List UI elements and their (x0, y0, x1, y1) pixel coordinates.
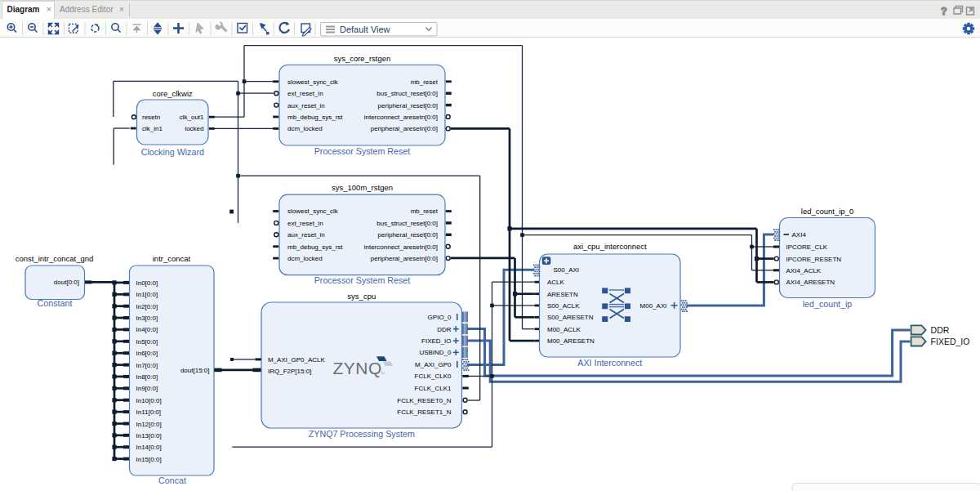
svg-text:const_intr_concat_gnd: const_intr_concat_gnd (16, 254, 94, 263)
svg-text:In14[0:0]: In14[0:0] (136, 444, 162, 451)
svg-text:S00_ARESETN: S00_ARESETN (547, 314, 594, 321)
svg-text:In5[0:0]: In5[0:0] (136, 338, 158, 346)
svg-text:In9[0:0]: In9[0:0] (136, 385, 158, 392)
svg-text:In3[0:0]: In3[0:0] (136, 315, 158, 322)
svg-text:ZYNQ: ZYNQ (333, 359, 382, 377)
svg-text:axi_cpu_interconnect: axi_cpu_interconnect (573, 242, 647, 251)
svg-text:FCLK_CLK0: FCLK_CLK0 (415, 373, 452, 380)
svg-text:ext_reset_in: ext_reset_in (287, 90, 323, 97)
svg-text:In8[0:0]: In8[0:0] (136, 373, 158, 381)
svg-text:M00_ACLK: M00_ACLK (547, 326, 581, 333)
svg-text:interconnect_aresetn[0:0]: interconnect_aresetn[0:0] (364, 243, 438, 251)
svg-text:clk_in1: clk_in1 (142, 125, 163, 132)
svg-text:slowest_sync_clk: slowest_sync_clk (287, 208, 339, 215)
svg-text:AXI4_ACLK: AXI4_ACLK (786, 267, 822, 275)
svg-text:Default View: Default View (340, 25, 390, 34)
svg-text:sys_100m_rstgen: sys_100m_rstgen (332, 183, 393, 192)
svg-text:peripheral_aresetn[0:0]: peripheral_aresetn[0:0] (371, 255, 438, 262)
svg-text:dout[0:0]: dout[0:0] (54, 279, 79, 286)
svg-text:In6[0:0]: In6[0:0] (136, 350, 158, 357)
svg-text:dcm_locked: dcm_locked (287, 125, 323, 132)
svg-text:IPCORE_CLK: IPCORE_CLK (786, 243, 828, 251)
svg-text:AXI Interconnect: AXI Interconnect (577, 358, 642, 368)
svg-text:?: ? (941, 6, 947, 17)
svg-text:led_count_ip: led_count_ip (803, 299, 853, 309)
svg-text:Processor System Reset: Processor System Reset (314, 146, 411, 156)
svg-text:Processor System Reset: Processor System Reset (314, 275, 411, 285)
svg-text:ACLK: ACLK (547, 279, 565, 286)
svg-text:In4[0:0]: In4[0:0] (136, 326, 158, 333)
svg-text:AXI4_ARESETN: AXI4_ARESETN (786, 279, 835, 286)
svg-text:ARESETN: ARESETN (547, 291, 578, 298)
svg-text:GPIO_0: GPIO_0 (428, 314, 452, 321)
svg-text:M_AXI_GP0: M_AXI_GP0 (415, 361, 452, 368)
svg-text:sys_cpu: sys_cpu (347, 292, 376, 301)
svg-text:AXI4: AXI4 (792, 231, 807, 239)
svg-text:In2[0:0]: In2[0:0] (136, 303, 158, 310)
svg-text:dout[15:0]: dout[15:0] (180, 367, 210, 374)
svg-text:USBIND_0: USBIND_0 (419, 349, 452, 356)
svg-text:FCLK_RESET0_N: FCLK_RESET0_N (397, 397, 451, 404)
svg-text:ext_reset_in: ext_reset_in (287, 220, 323, 227)
svg-text:In10[0:0]: In10[0:0] (136, 397, 162, 404)
svg-text:mb_debug_sys_rst: mb_debug_sys_rst (287, 243, 343, 251)
svg-text:M_AXI_GP0_ACLK: M_AXI_GP0_ACLK (268, 356, 325, 364)
svg-text:Constant: Constant (38, 298, 73, 308)
svg-text:aux_reset_in: aux_reset_in (287, 102, 325, 109)
svg-text:In7[0:0]: In7[0:0] (136, 362, 158, 369)
svg-text:peripheral_reset[0:0]: peripheral_reset[0:0] (378, 102, 438, 109)
svg-text:peripheral_aresetn[0:0]: peripheral_aresetn[0:0] (371, 125, 438, 132)
svg-text:interconnect_aresetn[0:0]: interconnect_aresetn[0:0] (364, 114, 438, 121)
svg-text:led_count_ip_0: led_count_ip_0 (801, 207, 853, 216)
svg-text:clk_out1: clk_out1 (180, 114, 204, 121)
svg-text:IPCORE_RESETN: IPCORE_RESETN (786, 256, 842, 263)
svg-text:In11[0:0]: In11[0:0] (136, 408, 162, 416)
svg-text:M00_AXI: M00_AXI (640, 302, 667, 310)
svg-text:mb_reset: mb_reset (411, 78, 439, 86)
svg-text:dcm_locked: dcm_locked (287, 255, 323, 262)
svg-text:S00_AXI: S00_AXI (554, 266, 580, 274)
svg-text:intr_concat: intr_concat (153, 254, 191, 263)
svg-text:resetn: resetn (142, 114, 160, 121)
svg-text:S00_ACLK: S00_ACLK (547, 302, 580, 310)
svg-text:sys_core_rstgen: sys_core_rstgen (334, 54, 391, 63)
svg-text:In13[0:0]: In13[0:0] (136, 432, 162, 440)
svg-text:Clocking Wizard: Clocking Wizard (141, 147, 204, 157)
svg-text:core_clkwiz: core_clkwiz (153, 89, 193, 98)
svg-text:In15[0:0]: In15[0:0] (136, 456, 162, 463)
svg-text:bus_struct_reset[0:0]: bus_struct_reset[0:0] (376, 90, 438, 97)
svg-text:bus_struct_reset[0:0]: bus_struct_reset[0:0] (376, 220, 438, 227)
svg-text:FIXED_IO: FIXED_IO (931, 337, 970, 346)
svg-text:mb_reset: mb_reset (411, 208, 439, 215)
svg-text:mb_debug_sys_rst: mb_debug_sys_rst (287, 114, 343, 121)
svg-text:aux_reset_in: aux_reset_in (287, 231, 325, 239)
svg-text:In1[0:0]: In1[0:0] (136, 291, 158, 298)
svg-text:DDR: DDR (437, 326, 452, 333)
svg-text:™: ™ (381, 371, 385, 376)
svg-text:Concat: Concat (158, 475, 186, 485)
svg-text:FCLK_CLK1: FCLK_CLK1 (415, 385, 452, 392)
svg-text:FCLK_RESET1_N: FCLK_RESET1_N (397, 408, 451, 416)
svg-text:IRQ_F2P[15:0]: IRQ_F2P[15:0] (268, 368, 311, 375)
svg-text:locked: locked (185, 125, 203, 132)
svg-text:In12[0:0]: In12[0:0] (136, 421, 162, 428)
svg-text:DDR: DDR (931, 325, 950, 335)
svg-text:slowest_sync_clk: slowest_sync_clk (287, 78, 339, 86)
svg-text:peripheral_reset[0:0]: peripheral_reset[0:0] (378, 231, 438, 239)
svg-text:In0[0:0]: In0[0:0] (136, 279, 158, 287)
svg-text:ZYNQ7 Processing System: ZYNQ7 Processing System (309, 429, 415, 439)
svg-text:M00_ARESETN: M00_ARESETN (547, 337, 595, 345)
svg-text:FIXED_IO: FIXED_IO (421, 337, 451, 345)
